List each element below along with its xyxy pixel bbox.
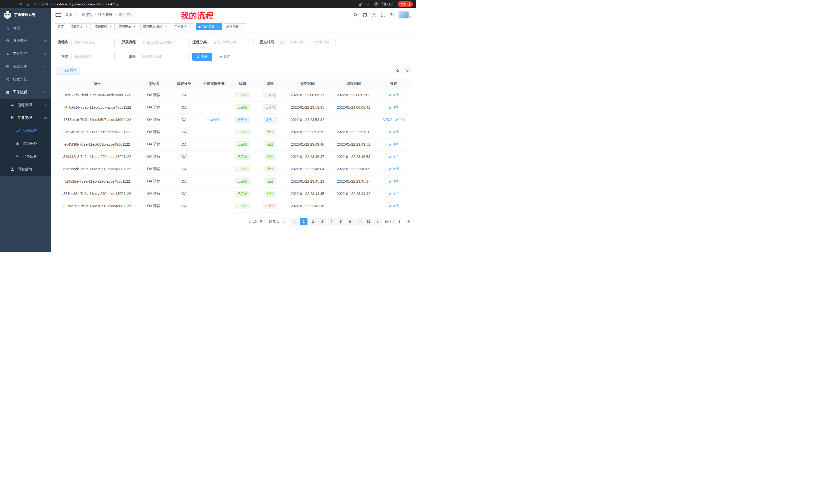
font-size-icon[interactable]: TT bbox=[390, 12, 394, 17]
back-icon[interactable]: ← bbox=[3, 2, 7, 6]
close-icon[interactable]: × bbox=[164, 25, 167, 29]
start-process-button[interactable]: ＋ 发起流程 bbox=[56, 67, 79, 75]
cell-submit-time: 2022-01-22 23:44:35 bbox=[285, 188, 330, 200]
reload-icon[interactable]: ↻ bbox=[19, 2, 22, 6]
tab-process-definition[interactable]: 流程定义× bbox=[68, 23, 90, 30]
security-warning[interactable]: ⚠ 不安全 bbox=[34, 2, 49, 6]
status-select[interactable]: 请选择状态 bbox=[72, 53, 115, 61]
detail-button[interactable]: 详情 bbox=[389, 130, 399, 134]
address-separator: | bbox=[51, 2, 52, 6]
sidebar-item-leave-query[interactable]: 请假查询 bbox=[0, 163, 51, 176]
cancel-button[interactable]: 取消 bbox=[382, 117, 392, 122]
sidebar-item-workflow[interactable]: ▦ 工作流程 bbox=[0, 86, 51, 99]
detail-button[interactable]: 详情 bbox=[389, 93, 399, 97]
forward-icon[interactable]: → bbox=[11, 2, 15, 6]
close-icon[interactable]: × bbox=[108, 25, 112, 29]
security-label: 不安全 bbox=[38, 2, 48, 6]
help-icon[interactable]: ? bbox=[372, 13, 376, 17]
category-select[interactable]: 请选择流程分类 bbox=[210, 38, 254, 46]
sidebar-item-process-mgmt[interactable]: ≣ 流程管理 bbox=[0, 99, 51, 111]
close-icon[interactable]: × bbox=[240, 25, 244, 29]
detail-button[interactable]: 详情 bbox=[389, 167, 399, 171]
cell-name: OA 请假 bbox=[138, 101, 169, 114]
github-icon[interactable] bbox=[363, 12, 367, 17]
password-key-icon[interactable] bbox=[359, 2, 363, 6]
close-icon[interactable]: × bbox=[216, 25, 219, 29]
close-icon[interactable]: × bbox=[188, 25, 192, 29]
col-result: 结果 bbox=[256, 79, 285, 89]
sidebar-item-my-process[interactable]: 我的流程 bbox=[0, 124, 51, 137]
toggle-search-button[interactable] bbox=[394, 67, 401, 74]
tools-icon: ⚒ bbox=[5, 77, 10, 82]
detail-button[interactable]: 详情 bbox=[389, 142, 399, 146]
sidebar-item-devtools[interactable]: ⚒ 研发工具 bbox=[0, 73, 51, 86]
chevron-up-icon bbox=[44, 117, 47, 120]
process-name-input[interactable] bbox=[72, 38, 115, 46]
page-button-1[interactable]: 1 bbox=[300, 218, 308, 225]
select-placeholder: 请选择流程分类 bbox=[213, 40, 237, 45]
breadcrumb-home[interactable]: 首页 bbox=[65, 12, 73, 17]
close-icon[interactable]: × bbox=[133, 25, 136, 29]
tab-my-process[interactable]: 我的流程× bbox=[196, 23, 222, 30]
result-select[interactable]: 请选择流结果 bbox=[139, 53, 190, 61]
address-bar[interactable]: ⚠ 不安全 | dashboard.yudao.iocoder.cn/bpm/t… bbox=[29, 2, 359, 6]
browser-menu-icon[interactable]: ⋮ bbox=[408, 2, 411, 6]
sidebar-item-task-mgmt[interactable]: ⚑ 任务管理 bbox=[0, 111, 51, 124]
next-page-button[interactable]: › bbox=[374, 218, 382, 225]
sidebar-item-home[interactable]: ⌂ 首页 bbox=[0, 22, 51, 34]
close-icon[interactable]: × bbox=[84, 25, 88, 29]
sidebar-item-payment[interactable]: ¥ 支付管理 bbox=[0, 47, 51, 60]
bookmark-star-icon[interactable]: ☆ bbox=[366, 2, 370, 6]
pencil-icon bbox=[389, 167, 392, 171]
select-placeholder: 请选择状态 bbox=[75, 54, 92, 59]
col-category: 流程分类 bbox=[169, 79, 199, 89]
date-range-picker[interactable]: 开始日期 - 结束日期 bbox=[277, 38, 336, 46]
update-button[interactable]: 更新 ⋮ bbox=[398, 1, 413, 7]
tab-start-process[interactable]: 发起流程× bbox=[224, 23, 246, 30]
cell-end-time: 2022-01-23 00:08:41 bbox=[330, 101, 377, 114]
detail-button[interactable]: 详情 bbox=[389, 155, 399, 159]
home-icon[interactable]: ⌂ bbox=[26, 2, 29, 6]
reset-button[interactable]: ↻ 重置 bbox=[215, 53, 234, 61]
breadcrumb-workflow[interactable]: 工作流程 bbox=[78, 12, 93, 17]
app-title: 芋道管理系统 bbox=[14, 12, 35, 17]
app-logo[interactable]: 芋道管理系统 bbox=[0, 8, 51, 22]
page-size-select[interactable]: 10条/页 bbox=[266, 218, 287, 225]
tab-user-group[interactable]: 用户分组× bbox=[172, 23, 194, 30]
tab-process-model[interactable]: 流程模型× bbox=[92, 23, 115, 30]
process-def-input[interactable] bbox=[139, 38, 190, 46]
incognito-label: 无痕模式 bbox=[381, 2, 394, 6]
fullscreen-icon[interactable] bbox=[381, 12, 385, 17]
task-link[interactable]: 一级审批 bbox=[207, 117, 221, 121]
goto-page-input[interactable] bbox=[393, 218, 405, 225]
cell-name: OA 请假 bbox=[138, 175, 169, 188]
page-button-6[interactable]: 6 bbox=[346, 218, 354, 225]
page-button-4[interactable]: 4 bbox=[328, 218, 335, 225]
detail-button[interactable]: 详情 bbox=[389, 179, 399, 184]
sidebar-toggle-icon[interactable] bbox=[55, 13, 61, 17]
prev-page-button[interactable]: ‹ bbox=[290, 218, 298, 225]
page-button-3[interactable]: 3 bbox=[318, 218, 326, 225]
user-avatar-menu[interactable]: ▾ bbox=[398, 11, 411, 19]
sidebar-item-infrastructure[interactable]: ▤ 基础设施 bbox=[0, 60, 51, 73]
tab-process-form-edit[interactable]: 流程表单-编辑× bbox=[140, 23, 170, 30]
sidebar-item-system[interactable]: ⚙ 系统管理 bbox=[0, 34, 51, 47]
detail-button[interactable]: 详情 bbox=[389, 105, 399, 109]
detail-button[interactable]: 详情 bbox=[389, 191, 399, 196]
page-button-11[interactable]: 11 bbox=[365, 218, 372, 225]
chevron-down-icon bbox=[249, 40, 251, 43]
breadcrumb-task-mgmt[interactable]: 任务管理 bbox=[98, 12, 113, 17]
detail-button[interactable]: 详情 bbox=[389, 204, 399, 208]
page-button-2[interactable]: 2 bbox=[309, 218, 317, 225]
search-button[interactable]: 搜索 bbox=[192, 53, 212, 61]
refresh-table-button[interactable]: ↻ bbox=[404, 67, 411, 74]
search-icon[interactable] bbox=[353, 12, 358, 17]
detail-button[interactable]: 详情 bbox=[395, 117, 406, 122]
date-separator: - bbox=[309, 40, 310, 44]
tab-process-form[interactable]: 流程表单× bbox=[116, 23, 139, 30]
sidebar-item-todo-tasks[interactable]: ◉ 待办任务 bbox=[0, 137, 51, 150]
sidebar-item-done-tasks[interactable]: ✂ 已办任务 bbox=[0, 150, 51, 163]
tab-home[interactable]: 首页 bbox=[55, 23, 66, 30]
more-pages-button[interactable]: ••• bbox=[355, 218, 363, 225]
page-button-5[interactable]: 5 bbox=[337, 218, 344, 225]
